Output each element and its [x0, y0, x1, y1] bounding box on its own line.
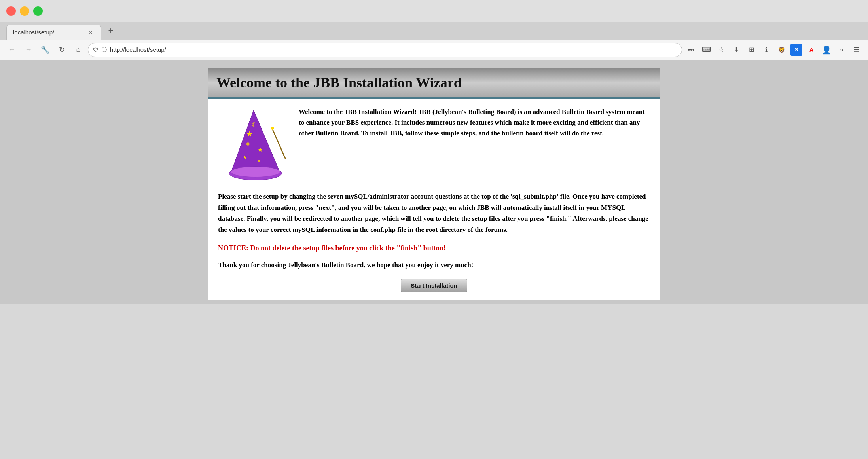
tools-button[interactable]: 🔧	[38, 43, 52, 57]
page-title: Welcome to the JBB Installation Wizard	[216, 74, 652, 91]
tab-bar: localhost/setup/ × +	[0, 22, 868, 40]
forward-icon: →	[25, 46, 32, 54]
notice-text: NOTICE: Do not delete the setup files be…	[218, 244, 650, 252]
window-controls	[6, 6, 43, 16]
tab-close-button[interactable]: ×	[87, 28, 95, 36]
refresh-button[interactable]: ↻	[55, 43, 69, 57]
hamburger-icon: ☰	[853, 46, 860, 54]
maximize-window-button[interactable]	[33, 6, 43, 16]
svg-point-7	[246, 142, 250, 146]
tab-title: localhost/setup/	[13, 29, 87, 36]
toolbar-icons: ••• ⌨ ☆ ⬇ ⊞ ℹ 🦁 S A	[684, 43, 863, 57]
more-button[interactable]: •••	[684, 43, 698, 57]
info-icon: ⓘ	[102, 46, 107, 53]
extensions-button[interactable]: ⊞	[745, 43, 758, 57]
bookmark-button[interactable]: ☆	[714, 43, 728, 57]
more-icon: •••	[688, 46, 695, 53]
forward-button[interactable]: →	[21, 43, 36, 57]
refresh-icon: ↻	[59, 46, 65, 54]
svg-point-10	[271, 127, 274, 130]
info-button[interactable]: ℹ	[760, 43, 773, 57]
circle-info-icon: ℹ	[765, 46, 768, 53]
more-extensions-button[interactable]: »	[835, 43, 848, 57]
page-content: Welcome to the JBB Installation Wizard ★	[208, 68, 660, 300]
svg-marker-0	[231, 110, 280, 173]
bookmark-icon: ☆	[718, 46, 724, 53]
back-button[interactable]: ←	[5, 43, 19, 57]
svg-point-8	[258, 160, 260, 162]
address-bar-input[interactable]	[110, 46, 677, 53]
home-button[interactable]: ⌂	[71, 43, 85, 57]
svg-text:★: ★	[243, 154, 247, 160]
page-header: Welcome to the JBB Installation Wizard	[208, 68, 660, 99]
active-tab[interactable]: localhost/setup/ ×	[6, 25, 101, 40]
thank-you-text: Thank you for choosing Jellybean's Bulle…	[218, 261, 650, 269]
svg-text:☾: ☾	[252, 121, 258, 129]
navigation-bar: ← → 🔧 ↻ ⌂ 🛡 ⓘ ••• ⌨ ☆	[0, 40, 868, 60]
browser-chrome: localhost/setup/ × + ← → 🔧 ↻ ⌂ 🛡 ⓘ •••	[0, 0, 868, 60]
back-icon: ←	[8, 46, 15, 54]
svg-point-2	[231, 167, 280, 177]
download-icon: ⬇	[734, 46, 739, 53]
instructions-text: Please start the setup by changing the s…	[218, 191, 650, 235]
close-window-button[interactable]	[6, 6, 16, 16]
wizard-hat-image: ★ ★ ★ ☾	[218, 106, 289, 182]
start-installation-button[interactable]: Start Installation	[401, 279, 467, 292]
intro-section: ★ ★ ★ ☾ Welcome to the JBB Installation …	[218, 106, 650, 182]
svg-text:★: ★	[258, 146, 263, 153]
svg-text:★: ★	[246, 130, 253, 138]
download-button[interactable]: ⬇	[730, 43, 743, 57]
brave-extension-button[interactable]: 🦁	[775, 43, 788, 57]
user-avatar-icon: 👤	[822, 45, 832, 55]
chevron-right-icon: »	[840, 46, 843, 53]
title-bar	[0, 0, 868, 22]
keyboard-button[interactable]: ⌨	[699, 43, 713, 57]
menu-button[interactable]: ☰	[850, 43, 863, 57]
adobe-extension-button[interactable]: A	[805, 43, 818, 57]
svg-line-9	[273, 129, 286, 159]
new-tab-button[interactable]: +	[104, 25, 117, 37]
avatar-button[interactable]: 👤	[820, 43, 833, 57]
minimize-window-button[interactable]	[20, 6, 29, 16]
shield-icon: 🛡	[93, 47, 99, 53]
brave-icon: 🦁	[778, 47, 785, 53]
sync-extension-button[interactable]: S	[790, 43, 803, 57]
wrench-icon: 🔧	[41, 46, 49, 54]
adobe-icon: A	[809, 47, 813, 53]
sync-icon: S	[790, 44, 802, 56]
install-button-container: Start Installation	[218, 279, 650, 292]
keyboard-icon: ⌨	[702, 46, 711, 53]
page-body: ★ ★ ★ ☾ Welcome to the JBB Installation …	[208, 99, 660, 300]
intro-text: Welcome to the JBB Installation Wizard! …	[299, 106, 650, 182]
extensions-icon: ⊞	[749, 46, 754, 53]
home-icon: ⌂	[76, 46, 81, 54]
address-bar-container: 🛡 ⓘ	[88, 43, 682, 57]
